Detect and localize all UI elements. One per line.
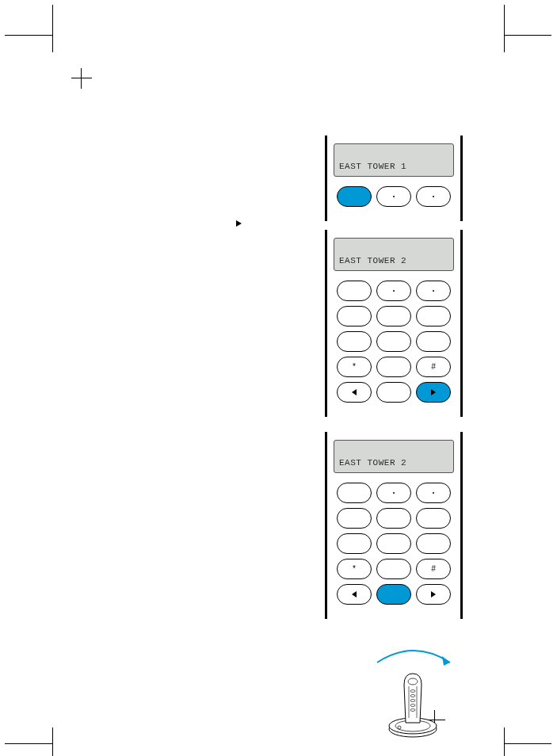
softkey-left[interactable] <box>337 186 372 207</box>
lcd-text: EAST TOWER 2 <box>339 256 406 265</box>
key-2[interactable] <box>376 281 411 301</box>
svg-marker-12 <box>352 591 357 598</box>
key-0[interactable] <box>376 559 411 579</box>
lcd-text: EAST TOWER 1 <box>339 162 406 171</box>
nav-center[interactable] <box>376 382 411 403</box>
crop-mark <box>504 35 551 36</box>
svg-text:*: * <box>353 363 356 371</box>
key-1[interactable] <box>337 281 372 301</box>
svg-text:*: * <box>353 565 356 573</box>
step-arrow-icon <box>236 220 242 227</box>
key-8[interactable] <box>376 331 411 352</box>
rotate-icon <box>372 642 455 674</box>
svg-point-24 <box>410 700 415 702</box>
key-0[interactable] <box>376 357 411 377</box>
svg-point-1 <box>433 196 434 197</box>
key-hash[interactable]: # <box>416 357 451 377</box>
lcd-display: EAST TOWER 2 <box>334 238 454 271</box>
svg-point-0 <box>393 196 395 197</box>
key-7[interactable] <box>337 533 372 554</box>
svg-marker-13 <box>431 591 436 598</box>
registration-mark <box>71 68 92 89</box>
svg-marker-7 <box>431 389 436 395</box>
svg-point-23 <box>410 695 415 697</box>
nav-center[interactable] <box>376 584 411 605</box>
key-star[interactable]: * <box>337 357 372 377</box>
key-9[interactable] <box>416 331 451 352</box>
key-9[interactable] <box>416 533 451 554</box>
key-4[interactable] <box>337 306 372 326</box>
softkey-right[interactable] <box>416 186 451 207</box>
key-star[interactable]: * <box>337 559 372 579</box>
nav-right[interactable] <box>416 584 451 605</box>
key-3[interactable] <box>416 281 451 301</box>
key-8[interactable] <box>376 533 411 554</box>
svg-point-9 <box>433 492 434 494</box>
crop-mark <box>504 727 505 756</box>
lcd-display: EAST TOWER 1 <box>334 143 454 177</box>
svg-point-25 <box>410 704 415 707</box>
key-6[interactable] <box>416 306 451 326</box>
softkey-center[interactable] <box>376 186 411 207</box>
svg-point-18 <box>398 726 401 729</box>
key-5[interactable] <box>376 508 411 529</box>
crop-mark <box>5 743 52 744</box>
nav-left[interactable] <box>337 382 372 403</box>
key-2[interactable] <box>376 483 411 503</box>
svg-point-22 <box>410 690 415 693</box>
crop-mark <box>504 5 505 52</box>
softkey-row <box>334 186 454 207</box>
key-6[interactable] <box>416 508 451 529</box>
crop-mark <box>52 727 53 756</box>
handset-base-illustration <box>385 670 441 739</box>
svg-point-26 <box>410 709 415 712</box>
svg-point-8 <box>393 492 395 494</box>
key-1[interactable] <box>337 483 372 503</box>
svg-text:#: # <box>431 363 436 371</box>
lcd-display: EAST TOWER 2 <box>334 440 454 473</box>
key-3[interactable] <box>416 483 451 503</box>
svg-point-3 <box>433 290 434 292</box>
phone-panel-1: EAST TOWER 1 <box>325 136 463 221</box>
phone-panel-3: EAST TOWER 2 * # <box>325 432 463 619</box>
svg-point-2 <box>393 290 395 292</box>
svg-point-19 <box>408 678 418 685</box>
nav-right[interactable] <box>416 382 451 403</box>
crop-mark <box>5 35 52 36</box>
svg-marker-6 <box>352 389 357 395</box>
key-4[interactable] <box>337 508 372 529</box>
nav-left[interactable] <box>337 584 372 605</box>
crop-mark <box>52 5 53 52</box>
lcd-text: EAST TOWER 2 <box>339 458 406 468</box>
key-hash[interactable]: # <box>416 559 451 579</box>
key-7[interactable] <box>337 331 372 352</box>
key-5[interactable] <box>376 306 411 326</box>
phone-panel-2: EAST TOWER 2 * # <box>325 230 463 417</box>
crop-mark <box>504 743 551 744</box>
svg-text:#: # <box>431 565 436 573</box>
